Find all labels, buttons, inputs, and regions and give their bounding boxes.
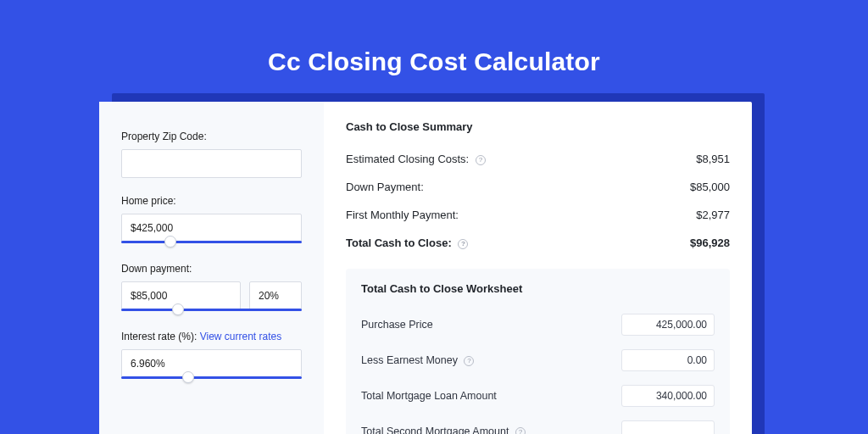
worksheet-input-mortgage-amount[interactable] xyxy=(621,385,715,407)
down-payment-percent-input[interactable] xyxy=(249,281,302,310)
worksheet-label: Purchase Price xyxy=(361,319,433,331)
page-title: Cc Closing Cost Calculator xyxy=(0,0,868,76)
down-payment-row xyxy=(121,281,302,310)
worksheet-input-purchase-price[interactable] xyxy=(621,314,715,336)
home-price-input[interactable] xyxy=(121,214,302,242)
summary-row-down-payment: Down Payment: $85,000 xyxy=(346,173,730,201)
worksheet-label-text: Total Second Mortgage Amount xyxy=(361,426,509,434)
summary-row-closing-costs: Estimated Closing Costs: ? $8,951 xyxy=(346,145,730,173)
worksheet-row-mortgage-amount: Total Mortgage Loan Amount xyxy=(361,378,715,414)
zip-input[interactable] xyxy=(121,149,302,178)
down-payment-slider[interactable] xyxy=(121,309,302,314)
slider-track xyxy=(121,309,302,311)
summary-value: $2,977 xyxy=(696,209,730,221)
worksheet-label-text: Less Earnest Money xyxy=(361,354,458,366)
down-payment-label: Down payment: xyxy=(121,263,302,275)
summary-value: $85,000 xyxy=(690,181,730,193)
help-icon[interactable]: ? xyxy=(464,356,474,366)
summary-label: Estimated Closing Costs: ? xyxy=(346,153,486,165)
summary-row-first-monthly: First Monthly Payment: $2,977 xyxy=(346,201,730,229)
summary-label-text: Estimated Closing Costs: xyxy=(346,153,469,165)
calculator-card: Property Zip Code: Home price: Down paym… xyxy=(99,102,752,434)
help-icon[interactable]: ? xyxy=(476,155,486,165)
summary-value: $96,928 xyxy=(690,236,730,249)
view-rates-link[interactable]: View current rates xyxy=(200,331,282,342)
slider-track xyxy=(121,376,302,379)
slider-track xyxy=(121,241,302,243)
summary-title: Cash to Close Summary xyxy=(346,120,730,133)
slider-thumb[interactable] xyxy=(182,371,194,383)
worksheet-input-earnest-money[interactable] xyxy=(621,349,715,371)
worksheet-title: Total Cash to Close Worksheet xyxy=(361,282,715,295)
help-icon[interactable]: ? xyxy=(515,427,526,434)
results-panel: Cash to Close Summary Estimated Closing … xyxy=(324,102,752,434)
page-root: Cc Closing Cost Calculator Property Zip … xyxy=(0,0,868,434)
worksheet-label: Total Mortgage Loan Amount xyxy=(361,390,497,402)
worksheet-label: Total Second Mortgage Amount ? xyxy=(361,426,526,434)
interest-rate-label-text: Interest rate (%): xyxy=(121,331,197,342)
inputs-panel: Property Zip Code: Home price: Down paym… xyxy=(99,102,324,434)
worksheet-panel: Total Cash to Close Worksheet Purchase P… xyxy=(346,269,730,434)
summary-label: First Monthly Payment: xyxy=(346,209,459,221)
home-price-slider[interactable] xyxy=(121,241,302,246)
home-price-label: Home price: xyxy=(121,195,302,207)
help-icon[interactable]: ? xyxy=(458,239,468,249)
worksheet-row-second-mortgage: Total Second Mortgage Amount ? xyxy=(361,414,715,434)
summary-label: Total Cash to Close: ? xyxy=(346,236,468,249)
worksheet-row-earnest-money: Less Earnest Money ? xyxy=(361,342,715,378)
summary-row-total-cash: Total Cash to Close: ? $96,928 xyxy=(346,229,730,257)
summary-label-text: Total Cash to Close: xyxy=(346,236,452,249)
interest-rate-input[interactable] xyxy=(121,349,302,378)
worksheet-label: Less Earnest Money ? xyxy=(361,354,474,366)
worksheet-row-purchase-price: Purchase Price xyxy=(361,307,715,342)
worksheet-input-second-mortgage[interactable] xyxy=(621,420,715,434)
slider-thumb[interactable] xyxy=(164,236,176,248)
down-payment-group: Down payment: xyxy=(121,263,302,314)
interest-rate-slider[interactable] xyxy=(121,376,302,381)
summary-value: $8,951 xyxy=(696,153,730,165)
slider-thumb[interactable] xyxy=(172,303,184,315)
zip-label: Property Zip Code: xyxy=(121,131,302,142)
zip-group: Property Zip Code: xyxy=(121,131,302,178)
summary-label: Down Payment: xyxy=(346,181,424,193)
interest-rate-group: Interest rate (%): View current rates xyxy=(121,331,302,381)
interest-rate-label: Interest rate (%): View current rates xyxy=(121,331,302,342)
home-price-group: Home price: xyxy=(121,195,302,246)
